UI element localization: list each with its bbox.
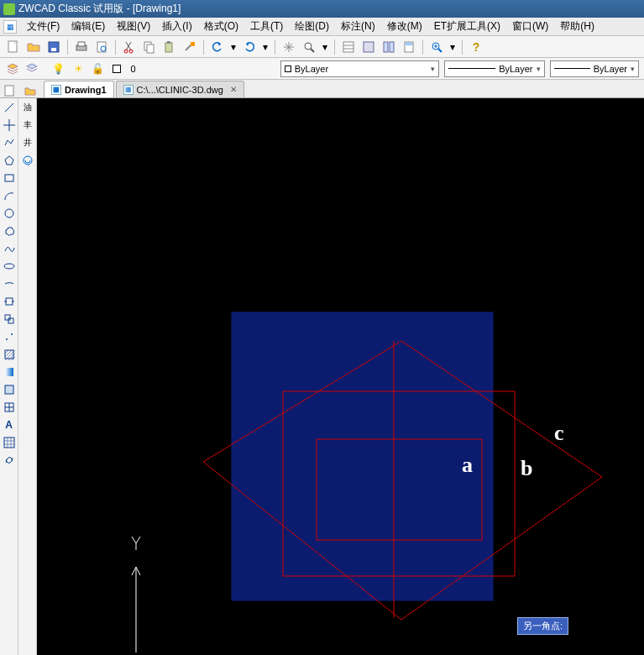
design-center-button[interactable] (360, 39, 377, 55)
arc-tool[interactable] (2, 188, 17, 203)
svg-rect-16 (343, 42, 353, 52)
menu-et[interactable]: ET扩展工具(X) (429, 18, 505, 35)
zoom-window-dropdown[interactable]: ▾ (448, 39, 457, 55)
menu-dimension[interactable]: 标注(N) (336, 18, 380, 35)
line-tool[interactable] (2, 100, 17, 115)
color-label: ByLayer (295, 64, 328, 74)
menu-window[interactable]: 窗口(W) (507, 18, 553, 35)
menu-help[interactable]: 帮助(H) (555, 18, 599, 35)
redo-dropdown[interactable]: ▾ (261, 39, 270, 55)
app-menu-icon[interactable]: ▦ (3, 20, 17, 34)
document-tabs: ▦ Drawing1 ▦ C:\...\CLINIC-3D.dwg ✕ (0, 80, 644, 98)
svg-rect-10 (147, 45, 154, 53)
svg-point-35 (4, 264, 14, 269)
svg-point-34 (5, 209, 13, 217)
ellipse-tool[interactable] (2, 259, 17, 274)
layer-color-icon[interactable] (110, 60, 124, 77)
hatch-tool[interactable] (2, 347, 17, 362)
zoom-dropdown[interactable]: ▾ (321, 39, 329, 55)
new-tab-button[interactable] (3, 84, 17, 97)
color-selector[interactable]: ByLayer (280, 60, 439, 77)
command-prompt-tooltip: 另一角点: (517, 617, 568, 635)
char-tool-4[interactable] (20, 153, 35, 168)
region-tool[interactable] (2, 382, 17, 397)
redo-button[interactable] (241, 39, 258, 55)
construction-line-tool[interactable] (2, 118, 17, 133)
properties-button[interactable] (340, 39, 357, 55)
aux-toolbar: 油 丰 井 (18, 98, 37, 655)
svg-point-39 (6, 338, 8, 340)
save-button[interactable] (45, 39, 62, 55)
table-tool[interactable] (2, 400, 17, 415)
menu-draw[interactable]: 绘图(D) (290, 18, 334, 35)
spline-tool[interactable] (2, 241, 17, 256)
revision-cloud-tool[interactable] (2, 223, 17, 238)
tab-close-icon[interactable]: ✕ (230, 85, 237, 94)
tool-palettes-button[interactable] (380, 39, 397, 55)
cut-button[interactable] (121, 39, 138, 55)
svg-marker-32 (5, 156, 13, 165)
copy-button[interactable] (141, 39, 158, 55)
svg-rect-42 (5, 368, 13, 376)
rectangle-tool[interactable] (2, 170, 17, 186)
svg-line-25 (438, 49, 442, 52)
pan-button[interactable] (280, 39, 297, 55)
char-tool-2[interactable]: 丰 (20, 118, 35, 133)
polyline-tool[interactable] (2, 135, 17, 150)
grid-tool[interactable] (2, 435, 17, 450)
svg-rect-20 (384, 42, 388, 52)
paste-button[interactable] (161, 39, 178, 55)
menu-format[interactable]: 格式(O) (199, 18, 243, 35)
app-icon (3, 3, 15, 15)
menu-file[interactable]: 文件(F) (22, 18, 65, 35)
open-button[interactable] (25, 39, 42, 55)
char-tool-1[interactable]: 油 (20, 100, 35, 115)
svg-line-29 (5, 103, 13, 112)
char-tool-3[interactable]: 井 (20, 135, 35, 150)
annotation-b: b (521, 456, 532, 481)
layer-states-button[interactable] (24, 60, 39, 77)
dwg-icon: ▦ (123, 85, 134, 95)
layer-manager-button[interactable] (5, 60, 19, 77)
point-tool[interactable] (2, 329, 17, 344)
linetype-selector[interactable]: ByLayer (444, 60, 545, 77)
make-block-tool[interactable] (2, 312, 17, 327)
layer-lock-icon[interactable]: 🔓 (91, 60, 105, 77)
open-tab-button[interactable] (24, 84, 37, 97)
drawing-canvas[interactable]: a b c 另一角点: (37, 98, 644, 655)
calculator-button[interactable] (401, 39, 417, 55)
layer-on-icon[interactable]: 💡 (51, 60, 65, 77)
ucs-icon (132, 537, 140, 652)
print-button[interactable] (73, 39, 90, 55)
svg-rect-37 (5, 315, 10, 320)
linetype-preview (448, 68, 496, 69)
zoom-realtime-button[interactable] (301, 39, 317, 55)
text-tool[interactable]: A (2, 417, 17, 432)
layer-freeze-icon[interactable]: ☀ (71, 60, 86, 77)
print-preview-button[interactable] (93, 39, 110, 55)
circle-tool[interactable] (2, 206, 17, 221)
menu-edit[interactable]: 编辑(E) (66, 18, 110, 35)
tab-drawing1[interactable]: ▦ Drawing1 (44, 81, 114, 97)
tab-clinic3d[interactable]: ▦ C:\...\CLINIC-3D.dwg ✕ (116, 81, 244, 97)
insert-block-tool[interactable] (2, 294, 17, 309)
menu-view[interactable]: 视图(V) (112, 18, 155, 35)
lineweight-label: ByLayer (594, 64, 627, 74)
help-button[interactable]: ? (468, 39, 484, 55)
link-tool[interactable] (2, 453, 17, 468)
ellipse-arc-tool[interactable] (2, 276, 17, 291)
svg-rect-4 (78, 42, 85, 46)
new-button[interactable] (5, 39, 22, 55)
selection-rect (232, 312, 493, 600)
match-properties-button[interactable] (181, 39, 198, 55)
undo-dropdown[interactable]: ▾ (229, 39, 238, 55)
undo-button[interactable] (209, 39, 226, 55)
lineweight-selector[interactable]: ByLayer (550, 60, 640, 77)
gradient-tool[interactable] (2, 364, 17, 380)
menu-insert[interactable]: 插入(I) (157, 18, 196, 35)
polygon-tool[interactable] (2, 153, 17, 168)
menu-tool[interactable]: 工具(T) (245, 18, 288, 35)
menu-modify[interactable]: 修改(M) (382, 18, 427, 35)
prompt-text: 另一角点: (523, 621, 563, 631)
zoom-window-button[interactable] (428, 39, 445, 55)
